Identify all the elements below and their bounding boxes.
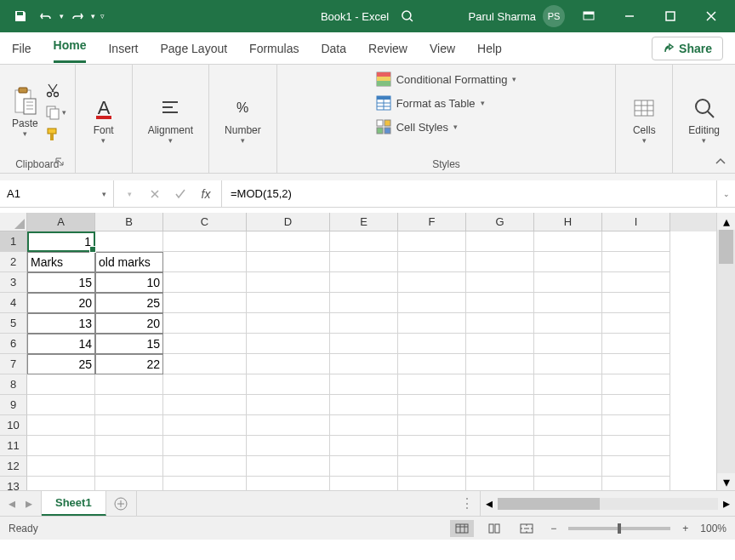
cell-A3[interactable]: 15	[27, 272, 95, 293]
cell-A13[interactable]	[27, 477, 95, 490]
scroll-right-icon[interactable]: ▸	[718, 495, 735, 512]
cell-H2[interactable]	[534, 252, 602, 272]
qat-overflow[interactable]: ▿	[100, 12, 105, 20]
normal-view-icon[interactable]	[450, 520, 474, 537]
cells-button[interactable]: Cells ▾	[624, 70, 664, 170]
cell-B10[interactable]	[95, 415, 163, 436]
cell-G2[interactable]	[466, 252, 534, 272]
col-header-E[interactable]: E	[330, 213, 398, 231]
number-button[interactable]: % Number ▾	[218, 70, 268, 170]
formula-input[interactable]: =MOD(15,2)	[222, 180, 716, 207]
cell-D10[interactable]	[247, 415, 330, 436]
cell-A12[interactable]	[27, 456, 95, 477]
cell-E9[interactable]	[330, 395, 398, 415]
close-button[interactable]	[694, 0, 728, 32]
cell-A7[interactable]: 25	[27, 354, 95, 374]
cell-H8[interactable]	[534, 374, 602, 395]
tab-file[interactable]: File	[12, 37, 31, 60]
row-header-4[interactable]: 4	[0, 293, 27, 313]
cell-F6[interactable]	[398, 334, 466, 354]
cell-I5[interactable]	[602, 313, 670, 334]
undo-icon[interactable]	[34, 4, 58, 28]
cell-A6[interactable]: 14	[27, 334, 95, 354]
col-header-C[interactable]: C	[163, 213, 247, 231]
cell-F4[interactable]	[398, 293, 466, 313]
cut-button[interactable]	[45, 83, 66, 98]
cell-D12[interactable]	[247, 456, 330, 477]
cell-E4[interactable]	[330, 293, 398, 313]
cell-D6[interactable]	[247, 334, 330, 354]
zoom-level[interactable]: 100%	[700, 523, 726, 534]
name-box[interactable]: A1 ▾	[0, 180, 114, 207]
vscroll-thumb[interactable]	[719, 230, 733, 264]
cell-F9[interactable]	[398, 395, 466, 415]
cell-I3[interactable]	[602, 272, 670, 293]
cell-C10[interactable]	[163, 415, 247, 436]
page-layout-view-icon[interactable]	[482, 520, 506, 537]
cell-E12[interactable]	[330, 456, 398, 477]
row-header-11[interactable]: 11	[0, 436, 27, 456]
cell-I4[interactable]	[602, 293, 670, 313]
cell-G7[interactable]	[466, 354, 534, 374]
qat-customize[interactable]: ▾	[91, 12, 95, 20]
row-header-7[interactable]: 7	[0, 354, 27, 374]
horizontal-scrollbar[interactable]: ◂ ▸	[480, 491, 735, 516]
cell-D4[interactable]	[247, 293, 330, 313]
cell-F13[interactable]	[398, 477, 466, 490]
cell-H4[interactable]	[534, 293, 602, 313]
row-header-5[interactable]: 5	[0, 313, 27, 334]
cell-F10[interactable]	[398, 415, 466, 436]
dropdown-icon[interactable]: ▾	[117, 180, 141, 207]
tab-home[interactable]: Home	[54, 33, 87, 63]
cell-G8[interactable]	[466, 374, 534, 395]
cell-H12[interactable]	[534, 456, 602, 477]
scroll-left-icon[interactable]: ◂	[481, 495, 498, 512]
cell-E7[interactable]	[330, 354, 398, 374]
cell-G3[interactable]	[466, 272, 534, 293]
cell-A2[interactable]: Marks	[27, 252, 95, 272]
cell-styles-button[interactable]: Cell Styles▾	[374, 117, 459, 136]
cell-H13[interactable]	[534, 477, 602, 490]
cell-H7[interactable]	[534, 354, 602, 374]
cell-G11[interactable]	[466, 436, 534, 456]
tab-formulas[interactable]: Formulas	[249, 37, 299, 60]
cell-I9[interactable]	[602, 395, 670, 415]
cell-G6[interactable]	[466, 334, 534, 354]
cell-B6[interactable]: 15	[95, 334, 163, 354]
cell-A5[interactable]: 13	[27, 313, 95, 334]
cell-I11[interactable]	[602, 436, 670, 456]
cell-E8[interactable]	[330, 374, 398, 395]
insert-function-icon[interactable]: fx	[194, 180, 218, 207]
hscroll-thumb[interactable]	[498, 498, 600, 510]
cell-B4[interactable]: 25	[95, 293, 163, 313]
cell-B1[interactable]	[95, 231, 163, 252]
cell-I12[interactable]	[602, 456, 670, 477]
cell-A11[interactable]	[27, 436, 95, 456]
user-name[interactable]: Parul Sharma	[469, 10, 536, 23]
cell-C11[interactable]	[163, 436, 247, 456]
cell-I6[interactable]	[602, 334, 670, 354]
cell-D8[interactable]	[247, 374, 330, 395]
cell-D11[interactable]	[247, 436, 330, 456]
cell-C13[interactable]	[163, 477, 247, 490]
save-icon[interactable]	[9, 4, 32, 28]
cell-E2[interactable]	[330, 252, 398, 272]
cell-E1[interactable]	[330, 231, 398, 252]
cell-B7[interactable]: 22	[95, 354, 163, 374]
share-button[interactable]: Share	[652, 37, 723, 60]
col-header-G[interactable]: G	[466, 213, 534, 231]
zoom-slider[interactable]	[568, 527, 670, 530]
cell-D7[interactable]	[247, 354, 330, 374]
col-header-A[interactable]: A	[27, 213, 95, 231]
cell-C9[interactable]	[163, 395, 247, 415]
tab-review[interactable]: Review	[368, 37, 407, 60]
cell-B8[interactable]	[95, 374, 163, 395]
col-header-D[interactable]: D	[247, 213, 330, 231]
cell-I7[interactable]	[602, 354, 670, 374]
search-icon[interactable]	[401, 9, 414, 23]
format-as-table-button[interactable]: Format as Table▾	[374, 94, 487, 112]
row-header-8[interactable]: 8	[0, 374, 27, 395]
cell-F11[interactable]	[398, 436, 466, 456]
sheet-tab-sheet1[interactable]: Sheet1	[42, 491, 106, 516]
cell-G13[interactable]	[466, 477, 534, 490]
